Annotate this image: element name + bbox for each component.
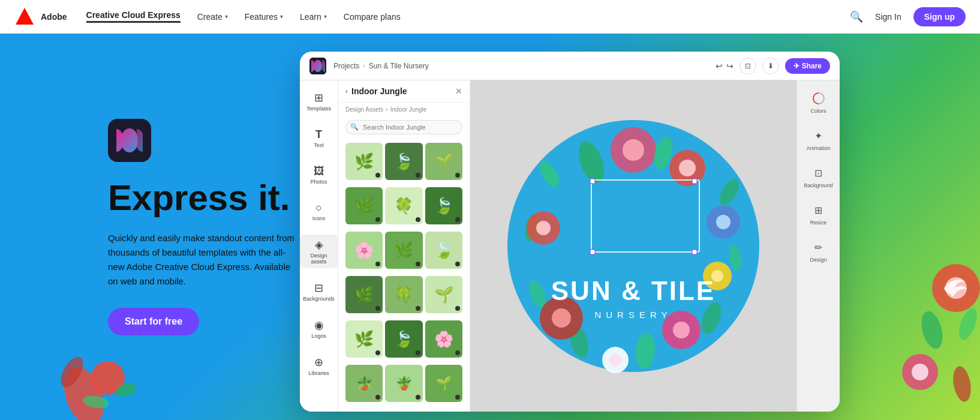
cc-logo (108, 119, 151, 162)
right-sidebar-background[interactable]: ⊡ Background (801, 162, 835, 191)
sidebar-item-design-assets[interactable]: ◈ Design assets (300, 235, 338, 268)
asset-thumb[interactable]: 🌸 (425, 320, 462, 358)
hero-title: Express it. (108, 179, 300, 217)
navbar-logo[interactable]: Adobe (14, 7, 67, 27)
canvas-artwork-container: SUN & TILE NURSERY (501, 114, 765, 378)
resize-label: Resize (810, 220, 827, 226)
nav-links: Creative Cloud Express Create ▾ Features… (86, 10, 850, 23)
app-right-sidebar: Colors ✦ Animation ⊡ Background ⊞ Resize (796, 80, 840, 412)
app-topbar-actions: ↩ ↪ ⊡ ⬇ ✈ Share (716, 58, 830, 74)
panel-search (338, 116, 470, 138)
app-panel: ‹ Indoor Jungle ✕ Design Assets › Indoor… (338, 80, 470, 412)
svg-point-50 (912, 364, 928, 380)
app-body: ⊞ Templates T Text 🖼 Photos ○ Icons (300, 80, 840, 412)
sidebar-item-photos[interactable]: 🖼 Photos (308, 161, 329, 188)
panel-breadcrumb-sep: › (386, 106, 387, 113)
svg-point-12 (623, 139, 644, 161)
search-icon[interactable]: 🔍 (850, 10, 863, 23)
panel-breadcrumb-current: Indoor Jungle (390, 106, 427, 113)
sidebar-item-libraries[interactable]: ⊕ Libraries (306, 352, 332, 380)
share-button[interactable]: ✈ Share (785, 58, 830, 74)
asset-thumb[interactable]: 🍃 (425, 232, 462, 269)
asset-thumb[interactable]: 🌿 (345, 187, 383, 224)
asset-thumb[interactable]: 🍃 (385, 143, 422, 180)
photos-label: Photos (310, 179, 327, 185)
right-sidebar-design[interactable]: ✏ Design (807, 236, 829, 265)
panel-close-button[interactable]: ✕ (455, 86, 462, 96)
download-icon-btn[interactable]: ⬇ (762, 58, 779, 74)
start-for-free-button[interactable]: Start for free (108, 308, 199, 335)
asset-grid: 🌿 🍃 🌱 🌿 🍀 🍃 🌸 🌿 🍃 🌿 🍀 (338, 138, 470, 412)
nav-cc-express[interactable]: Creative Cloud Express (86, 10, 181, 23)
asset-thumb[interactable]: 🌱 (425, 276, 462, 313)
panel-back-button[interactable]: ‹ (345, 87, 348, 95)
right-sidebar-colors[interactable]: Colors (808, 88, 829, 116)
nav-compare[interactable]: Compare plans (344, 12, 401, 22)
sidebar-item-templates[interactable]: ⊞ Templates (304, 88, 333, 115)
svg-point-36 (609, 354, 621, 366)
search-wrap (345, 120, 462, 134)
svg-text:SUN & TILE: SUN & TILE (551, 276, 716, 305)
redo-icon[interactable]: ↪ (726, 61, 734, 71)
app-mockup-wrapper: Projects › Sun & Tile Nursery ↩ ↪ ⊡ ⬇ ✈ … (300, 52, 876, 420)
libraries-icon: ⊕ (314, 356, 323, 369)
asset-thumb[interactable]: 🌱 (425, 143, 462, 180)
asset-thumb[interactable]: 🌸 (345, 232, 383, 269)
app-canvas: SUN & TILE NURSERY (470, 80, 796, 412)
undo-icon[interactable]: ↩ (716, 61, 723, 71)
panel-breadcrumb-assets: Design Assets (345, 106, 383, 113)
svg-point-14 (679, 160, 696, 176)
zoom-icon-btn[interactable]: ⊡ (739, 58, 756, 74)
asset-thumb[interactable]: 🍃 (425, 187, 462, 224)
asset-thumb[interactable]: 🌿 (345, 276, 383, 313)
backgrounds-label: Backgrounds (303, 296, 335, 302)
svg-point-34 (552, 308, 571, 328)
asset-thumb[interactable]: 🍀 (385, 187, 422, 224)
colors-icon (810, 90, 827, 107)
hero-description: Quickly and easily make standout content… (108, 231, 300, 289)
signup-button[interactable]: Sign up (913, 7, 966, 26)
right-sidebar-resize[interactable]: ⊞ Resize (808, 199, 829, 228)
asset-thumb[interactable]: 🌿 (345, 143, 383, 180)
asset-thumb[interactable]: 🪴 (345, 365, 383, 402)
svg-point-51 (951, 365, 973, 403)
breadcrumb: Projects › Sun & Tile Nursery (333, 62, 429, 70)
sidebar-item-backgrounds[interactable]: ⊟ Backgrounds (300, 278, 337, 305)
sidebar-item-text[interactable]: T Text (311, 125, 326, 152)
breadcrumb-project[interactable]: Sun & Tile Nursery (369, 62, 429, 70)
asset-thumb[interactable]: 🌿 (345, 320, 383, 358)
learn-chevron-icon: ▾ (324, 13, 327, 20)
signin-button[interactable]: Sign In (875, 12, 901, 22)
sidebar-item-icons[interactable]: ○ Icons (310, 198, 328, 225)
svg-point-16 (716, 215, 731, 229)
animation-icon: ✦ (810, 127, 827, 144)
background-icon: ⊡ (810, 164, 826, 181)
right-sidebar-animation[interactable]: ✦ Animation (804, 125, 832, 154)
panel-breadcrumb: Design Assets › Indoor Jungle (338, 103, 470, 116)
panel-header: ‹ Indoor Jungle ✕ (338, 80, 470, 103)
nav-create[interactable]: Create ▾ (197, 12, 228, 22)
sidebar-item-logos[interactable]: ◉ Logos (309, 315, 329, 343)
design-assets-label: Design assets (302, 253, 335, 265)
svg-rect-41 (692, 250, 697, 254)
asset-thumb[interactable]: 🪴 (385, 365, 422, 402)
asset-thumb[interactable]: 🍀 (385, 276, 422, 313)
svg-text:NURSERY: NURSERY (594, 310, 672, 320)
nav-features[interactable]: Features ▾ (245, 12, 283, 22)
templates-icon: ⊞ (314, 91, 323, 104)
asset-thumb[interactable]: 🌿 (385, 232, 422, 269)
logos-icon: ◉ (314, 319, 324, 332)
adobe-wordmark: Adobe (41, 12, 67, 22)
svg-point-20 (673, 322, 690, 338)
logos-label: Logos (311, 333, 326, 339)
breadcrumb-projects[interactable]: Projects (333, 62, 359, 70)
search-input[interactable] (345, 120, 462, 134)
asset-thumb[interactable]: 🌱 (425, 365, 462, 402)
create-chevron-icon: ▾ (225, 13, 228, 20)
design-label: Design (810, 257, 826, 263)
nav-learn[interactable]: Learn ▾ (300, 12, 327, 22)
svg-marker-0 (16, 8, 34, 25)
design-assets-icon: ◈ (315, 238, 323, 251)
asset-thumb[interactable]: 🍃 (385, 320, 422, 358)
navbar: Adobe Creative Cloud Express Create ▾ Fe… (0, 0, 980, 34)
